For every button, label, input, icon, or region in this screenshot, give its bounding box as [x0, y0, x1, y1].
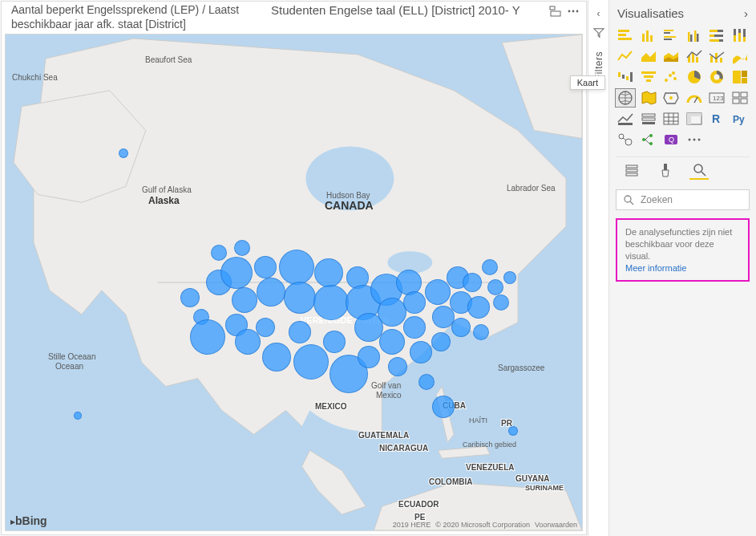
map-bubble[interactable] [463, 273, 482, 292]
stacked-column-icon[interactable] [639, 26, 658, 44]
map-bubble[interactable] [388, 357, 407, 376]
area-chart-icon[interactable] [639, 47, 658, 65]
map-bubble[interactable] [180, 288, 200, 307]
kpi-icon[interactable] [616, 110, 635, 128]
multi-card-icon[interactable] [730, 89, 750, 107]
map-bubble[interactable] [432, 396, 455, 418]
map-bubble[interactable] [256, 318, 275, 337]
focus-mode-icon[interactable] [549, 5, 562, 18]
map-bubble[interactable] [293, 344, 329, 380]
map-bubble[interactable] [232, 287, 257, 313]
format-tab[interactable] [656, 160, 675, 180]
map-bubble[interactable] [410, 341, 432, 363]
map-bubble[interactable] [467, 296, 490, 319]
map-bubble[interactable] [508, 426, 518, 436]
map-bubble[interactable] [279, 250, 314, 285]
shape-map-icon[interactable] [661, 89, 681, 107]
visual-header-actions [549, 5, 580, 18]
funnel-icon[interactable] [639, 68, 658, 86]
card-icon[interactable]: 123 [707, 89, 726, 107]
map-bubble[interactable] [431, 332, 451, 351]
waterfall-icon[interactable] [616, 68, 635, 86]
svg-point-48 [669, 74, 672, 77]
map-bubble[interactable] [314, 258, 343, 287]
svg-rect-31 [738, 33, 741, 42]
map-bubble[interactable] [493, 294, 509, 311]
map-bubble[interactable] [254, 256, 277, 278]
map-icon[interactable] [616, 89, 635, 107]
fields-tab[interactable] [622, 160, 641, 180]
map-bubble[interactable] [403, 291, 426, 314]
svg-rect-62 [733, 92, 739, 97]
map-bubble[interactable] [289, 321, 311, 343]
map-bubble[interactable] [262, 343, 291, 372]
decomposition-tree-icon[interactable] [639, 131, 658, 148]
map-bubble[interactable] [74, 412, 82, 420]
table-icon[interactable] [661, 110, 681, 128]
more-options-icon[interactable] [567, 5, 580, 18]
map-bubble[interactable] [190, 319, 225, 355]
clustered-column-icon[interactable] [685, 26, 704, 44]
svg-rect-15 [664, 32, 670, 34]
map-bubble[interactable] [313, 285, 349, 320]
pane-collapse-icon[interactable]: › [744, 6, 748, 20]
python-visual-icon[interactable]: Py [730, 110, 750, 128]
map-bubble[interactable] [323, 331, 346, 353]
analytics-tab[interactable] [689, 160, 709, 180]
treemap-icon[interactable] [730, 68, 750, 86]
map-bubble[interactable] [257, 278, 285, 307]
stacked-column-100-icon[interactable] [730, 26, 750, 44]
map-bubble[interactable] [211, 245, 227, 261]
filled-map-icon[interactable] [639, 89, 658, 107]
stacked-area-icon[interactable] [661, 47, 681, 65]
map-bubble[interactable] [358, 346, 380, 368]
matrix-icon[interactable] [685, 110, 704, 128]
svg-point-49 [673, 77, 677, 80]
donut-icon[interactable] [707, 68, 726, 86]
key-influencers-icon[interactable] [616, 131, 635, 148]
map-bubble[interactable] [487, 279, 503, 295]
combo-chart-2-icon[interactable] [707, 47, 726, 65]
map-bubble[interactable] [119, 148, 128, 158]
combo-chart-icon[interactable] [685, 47, 704, 65]
svg-rect-54 [733, 71, 741, 83]
svg-rect-1 [551, 11, 560, 16]
map-bubble[interactable] [284, 282, 316, 314]
svg-point-83 [642, 138, 645, 141]
map-bubble[interactable] [220, 257, 253, 289]
filters-expand-icon[interactable]: ‹ [597, 8, 600, 19]
svg-line-82 [623, 138, 626, 140]
clustered-bar-icon[interactable] [661, 26, 681, 44]
search-input[interactable]: Zoeken [616, 189, 750, 210]
map-bubble[interactable] [379, 329, 405, 355]
qa-visual-icon[interactable]: Q [661, 131, 681, 148]
svg-rect-66 [618, 123, 633, 125]
gauge-icon[interactable] [685, 89, 704, 107]
map-bubble[interactable] [378, 298, 406, 327]
ribbon-chart-icon[interactable] [730, 47, 750, 65]
svg-point-84 [649, 134, 653, 137]
map-bubble[interactable] [403, 316, 426, 339]
scatter-icon[interactable] [661, 68, 681, 86]
map-bubble[interactable] [503, 271, 516, 284]
stacked-bar-100-icon[interactable] [707, 26, 726, 44]
map-bubble[interactable] [451, 318, 471, 337]
map-bubble[interactable] [234, 240, 250, 256]
svg-rect-17 [664, 39, 672, 40]
svg-text:R: R [712, 112, 720, 125]
svg-rect-67 [642, 114, 655, 116]
map-bubble[interactable] [482, 259, 498, 275]
line-chart-icon[interactable] [616, 47, 635, 65]
r-visual-icon[interactable]: R [707, 110, 726, 128]
map-visual[interactable]: Chukchi Sea Beaufort Sea Gulf of Alaska … [5, 34, 583, 531]
stacked-bar-icon[interactable] [616, 26, 635, 44]
more-info-link[interactable]: Meer informatie [625, 263, 686, 273]
pie-icon[interactable] [685, 68, 704, 86]
svg-rect-93 [626, 165, 637, 168]
svg-point-99 [625, 196, 631, 202]
map-bubble[interactable] [425, 279, 451, 305]
more-visuals-icon[interactable] [685, 131, 704, 148]
slicer-icon[interactable] [639, 110, 658, 128]
map-bubble[interactable] [473, 324, 489, 340]
map-bubble[interactable] [418, 374, 435, 390]
